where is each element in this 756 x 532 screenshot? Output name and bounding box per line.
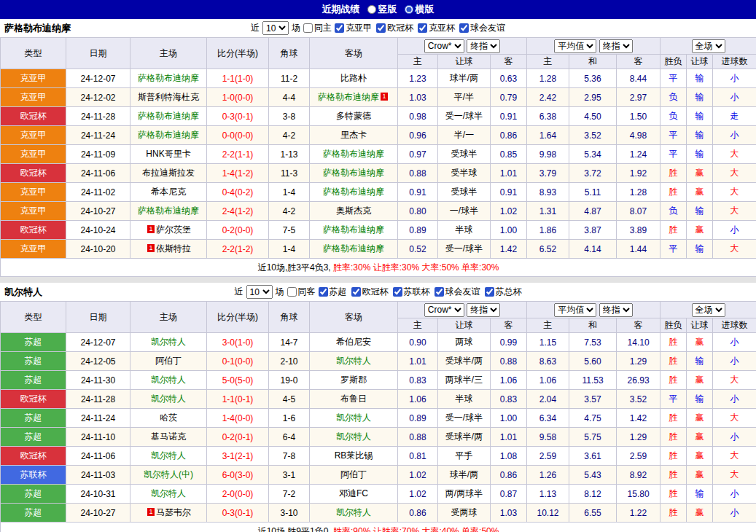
home-team-name[interactable]: 阿伯丁 — [155, 356, 182, 366]
away-team-name[interactable]: 萨格勒布迪纳摩 — [323, 187, 384, 197]
score-cell[interactable]: 0-1(0-0) — [207, 352, 269, 371]
league-filter-checkbox[interactable]: 克亚杯 — [418, 22, 455, 34]
table-row: 苏超 24-11-30 凯尔特人 5-0(5-0) 19-0 罗斯郡 0.83 … — [1, 371, 756, 390]
away-team-name[interactable]: 凯尔特人 — [336, 431, 371, 442]
away-team-name[interactable]: 萨格勒布迪纳摩 — [323, 243, 384, 254]
away-team-name[interactable]: 布鲁日 — [340, 394, 367, 404]
score-cell[interactable]: 1-4(0-0) — [207, 409, 269, 428]
home-team-name[interactable]: 凯尔特人 — [151, 450, 186, 461]
odds-company-select[interactable]: Crow* — [424, 39, 464, 53]
league-checkbox-input[interactable] — [459, 23, 469, 33]
away-team-name[interactable]: 邓迪FC — [339, 488, 368, 498]
score-cell[interactable]: 2-0(0-0) — [207, 485, 269, 504]
odds-stage-select[interactable]: 终指 — [467, 39, 500, 53]
home-team-name[interactable]: 萨格勒布迪纳摩 — [138, 73, 199, 83]
home-team-name[interactable]: 斯普利特海杜克 — [138, 92, 199, 102]
home-team-name[interactable]: 萨格勒布迪纳摩 — [138, 111, 199, 121]
away-team-name[interactable]: 多特蒙德 — [336, 111, 371, 121]
score-cell[interactable]: 0-3(0-1) — [207, 504, 269, 523]
home-team-name[interactable]: 萨尔茨堡 — [156, 224, 191, 235]
league-checkbox-input[interactable] — [393, 287, 402, 297]
home-team-name[interactable]: 凯尔特人 — [151, 488, 186, 498]
score-cell[interactable]: 6-0(3-0) — [207, 466, 269, 485]
league-filter-checkbox[interactable]: 欧冠杯 — [376, 22, 413, 34]
same-venue-checkbox[interactable]: 同客 — [287, 286, 316, 298]
odds-company-select[interactable]: Crow* — [424, 303, 464, 317]
odds-stage-select[interactable]: 终指 — [467, 303, 500, 317]
away-team-name[interactable]: 萨格勒布迪纳摩 — [323, 168, 384, 178]
avg-stage-select[interactable]: 终指 — [599, 303, 633, 317]
league-filter-checkbox[interactable]: 苏联杯 — [393, 286, 430, 298]
avg-select[interactable]: 平均值 — [554, 39, 596, 53]
away-team-name[interactable]: 萨格勒布迪纳摩 — [323, 149, 384, 159]
league-checkbox-input[interactable] — [434, 287, 444, 297]
league-filter-checkbox[interactable]: 苏超 — [319, 286, 347, 298]
away-team-name[interactable]: 罗斯郡 — [340, 375, 367, 385]
avg-stage-select[interactable]: 终指 — [599, 39, 633, 53]
recent-count-select[interactable]: 10 — [262, 21, 289, 35]
league-checkbox-input[interactable] — [418, 23, 427, 33]
score-cell[interactable]: 0-4(0-2) — [207, 183, 269, 202]
away-team-name[interactable]: 希伯尼安 — [336, 337, 371, 347]
league-filter-checkbox[interactable]: 球会友谊 — [459, 22, 505, 34]
away-team-name[interactable]: 萨格勒布迪纳摩 — [318, 92, 379, 102]
handicap-cell: 一/球半 — [438, 202, 491, 221]
away-team-name[interactable]: 凯尔特人 — [336, 507, 371, 517]
home-team-name[interactable]: 哈茨 — [160, 412, 177, 423]
league-checkbox-input[interactable] — [351, 287, 361, 297]
layout-radio[interactable]: 竖版 — [367, 3, 397, 16]
home-team-name[interactable]: 凯尔特人 — [151, 394, 186, 404]
home-team-name[interactable]: 基马诺克 — [151, 431, 186, 442]
away-team-name[interactable]: 奥斯杰克 — [336, 206, 371, 216]
score-cell[interactable]: 0-2(0-1) — [207, 428, 269, 447]
score-cell[interactable]: 0-0(0-0) — [207, 126, 269, 145]
away-team-name[interactable]: 比路朴 — [340, 73, 367, 83]
away-team-name[interactable]: 里杰卡 — [340, 130, 367, 140]
home-team-name[interactable]: 萨格勒布迪纳摩 — [138, 206, 199, 216]
layout-radio-input[interactable] — [405, 5, 413, 14]
home-team-name[interactable]: 凯尔特人 — [151, 375, 186, 385]
score-cell[interactable]: 0-3(0-1) — [207, 107, 269, 126]
home-team-name[interactable]: 依斯特拉 — [156, 243, 191, 254]
layout-radio-input[interactable] — [367, 5, 376, 14]
scope-select[interactable]: 全场 — [692, 39, 725, 53]
score-cell[interactable]: 1-1(0-1) — [207, 390, 269, 409]
same-venue-checkbox[interactable]: 同主 — [303, 22, 332, 34]
league-checkbox-input[interactable] — [319, 287, 328, 297]
away-team-name[interactable]: 凯尔特人 — [336, 356, 371, 366]
score-cell[interactable]: 1-4(1-2) — [207, 164, 269, 183]
home-team-name[interactable]: HNK哥里卡 — [146, 149, 190, 159]
league-filter-checkbox[interactable]: 欧冠杯 — [351, 286, 389, 298]
score-cell[interactable]: 1-0(0-0) — [207, 88, 269, 107]
away-team-name[interactable]: 萨格勒布迪纳摩 — [323, 224, 384, 235]
score-cell[interactable]: 3-1(2-1) — [207, 447, 269, 466]
same-venue-checkbox-input[interactable] — [303, 23, 313, 33]
score-cell[interactable]: 2-2(1-1) — [207, 145, 269, 164]
league-checkbox-input[interactable] — [335, 23, 344, 33]
league-filter-checkbox[interactable]: 克亚甲 — [335, 22, 372, 34]
same-venue-checkbox-input[interactable] — [287, 287, 297, 297]
league-filter-checkbox[interactable]: 球会友谊 — [434, 286, 480, 298]
league-checkbox-input[interactable] — [485, 287, 494, 297]
score-cell[interactable]: 0-2(0-0) — [207, 221, 269, 240]
score-cell[interactable]: 2-2(1-2) — [207, 240, 269, 259]
home-team-name[interactable]: 布拉迪斯拉发 — [142, 168, 195, 178]
home-team-name[interactable]: 凯尔特人(中) — [144, 469, 193, 480]
score-cell[interactable]: 2-4(1-2) — [207, 202, 269, 221]
recent-count-select[interactable]: 10 — [246, 285, 273, 299]
away-team-name[interactable]: 凯尔特人 — [336, 412, 371, 423]
league-filter-checkbox[interactable]: 苏总杯 — [485, 286, 522, 298]
league-checkbox-input[interactable] — [376, 23, 386, 33]
score-cell[interactable]: 3-0(1-0) — [207, 333, 269, 352]
home-team-name[interactable]: 马瑟韦尔 — [156, 507, 191, 517]
away-team-name[interactable]: 阿伯丁 — [340, 469, 367, 480]
avg-select[interactable]: 平均值 — [554, 303, 596, 317]
home-team-name[interactable]: 萨格勒布迪纳摩 — [138, 130, 199, 140]
layout-radio[interactable]: 横版 — [405, 3, 434, 16]
home-team-name[interactable]: 希本尼克 — [151, 187, 186, 197]
scope-select[interactable]: 全场 — [692, 303, 725, 317]
home-team-name[interactable]: 凯尔特人 — [151, 337, 186, 347]
away-team-name[interactable]: RB莱比锡 — [335, 450, 373, 461]
score-cell[interactable]: 5-0(5-0) — [207, 371, 269, 390]
score-cell[interactable]: 1-1(1-0) — [207, 69, 269, 88]
